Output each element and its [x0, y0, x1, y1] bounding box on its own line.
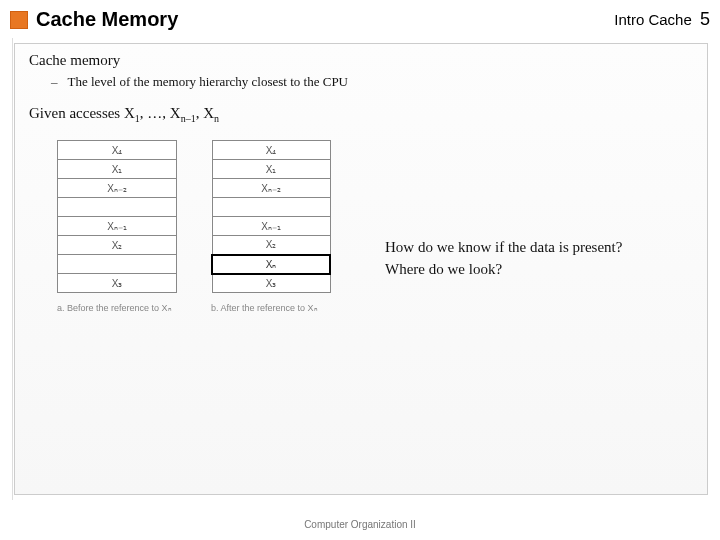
cell-a-4: Xₙ₋₁	[58, 217, 177, 236]
cell-b-3	[212, 198, 330, 217]
question-1: How do we know if the data is present?	[385, 236, 622, 258]
slide-title: Cache Memory	[36, 8, 614, 31]
cell-b-6-highlight: Xₙ	[212, 255, 330, 274]
cell-b-4: Xₙ₋₁	[212, 217, 330, 236]
given-prefix: Given accesses X	[29, 105, 135, 121]
cell-a-6	[58, 255, 177, 274]
cell-a-5: X₂	[58, 236, 177, 255]
page-number: 5	[700, 9, 710, 29]
bullet-text: The level of the memory hierarchy closes…	[68, 73, 349, 91]
cell-a-0: X₄	[58, 141, 177, 160]
cell-a-1: X₁	[58, 160, 177, 179]
content-panel: Cache memory – The level of the memory h…	[14, 43, 708, 495]
cell-b-2: Xₙ₋₂	[212, 179, 330, 198]
caption-after: b. After the reference to Xₙ	[211, 303, 331, 313]
diagram-row: X₄ X₁ Xₙ₋₂ Xₙ₋₁ X₂ X₃ a. Before the refe…	[57, 140, 695, 313]
header-bullet-icon	[10, 11, 28, 29]
cell-a-2: Xₙ₋₂	[58, 179, 177, 198]
given-mid2: , X	[196, 105, 214, 121]
bullet-dash-icon: –	[51, 73, 58, 91]
section-label: Intro Cache	[614, 11, 692, 28]
given-accesses-line: Given accesses X1, …, Xn–1, Xn	[29, 105, 695, 124]
slide-header: Cache Memory Intro Cache 5	[0, 0, 720, 37]
caption-before: a. Before the reference to Xₙ	[57, 303, 177, 313]
given-mid1: , …, X	[140, 105, 181, 121]
footer-text: Computer Organization II	[0, 519, 720, 530]
cell-a-3	[58, 198, 177, 217]
left-rule	[12, 38, 13, 500]
cell-b-1: X₁	[212, 160, 330, 179]
cell-b-0: X₄	[212, 141, 330, 160]
sub-n: n	[214, 113, 219, 124]
subheading: Cache memory	[29, 52, 695, 69]
cache-after-column: X₄ X₁ Xₙ₋₂ Xₙ₋₁ X₂ Xₙ X₃ b. After the re…	[211, 140, 331, 313]
questions-block: How do we know if the data is present? W…	[385, 236, 622, 280]
question-2: Where do we look?	[385, 258, 622, 280]
header-right: Intro Cache 5	[614, 9, 710, 30]
bullet-row: – The level of the memory hierarchy clos…	[51, 73, 695, 91]
cell-b-5: X₂	[212, 236, 330, 255]
cache-before-column: X₄ X₁ Xₙ₋₂ Xₙ₋₁ X₂ X₃ a. Before the refe…	[57, 140, 177, 313]
cache-before-table: X₄ X₁ Xₙ₋₂ Xₙ₋₁ X₂ X₃	[57, 140, 177, 293]
cache-after-table: X₄ X₁ Xₙ₋₂ Xₙ₋₁ X₂ Xₙ X₃	[211, 140, 331, 293]
cell-a-7: X₃	[58, 274, 177, 293]
sub-nm1: n–1	[181, 113, 196, 124]
cell-b-7: X₃	[212, 274, 330, 293]
